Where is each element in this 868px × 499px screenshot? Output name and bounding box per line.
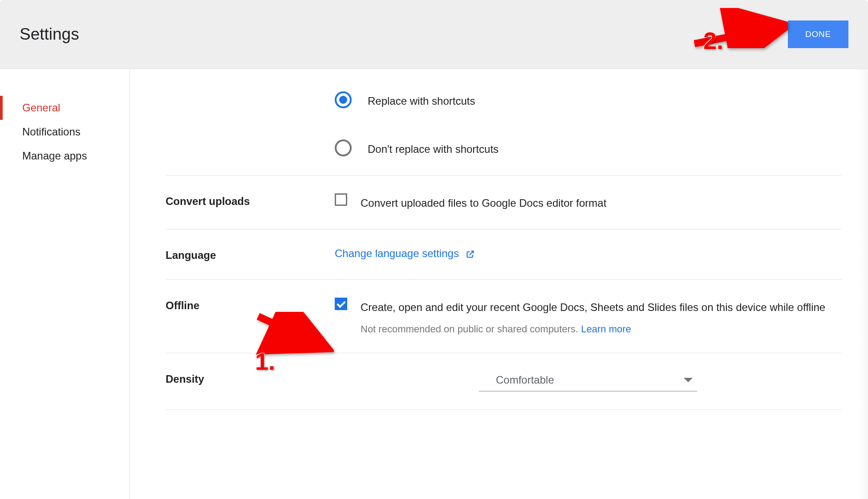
sidebar-item-manage-apps[interactable]: Manage apps: [0, 144, 130, 168]
sidebar-item-general[interactable]: General: [0, 96, 130, 120]
settings-sidebar: General Notifications Manage apps: [0, 69, 130, 499]
density-dropdown[interactable]: Comfortable: [479, 371, 697, 392]
offline-subtext: Not recommended on public or shared comp…: [361, 323, 825, 335]
section-density: Density Comfortable: [166, 353, 841, 410]
external-link-icon: [466, 250, 475, 259]
section-language: Language Change language settings: [166, 229, 841, 280]
section-shortcuts: Replace with shortcuts Don't replace wit…: [166, 87, 841, 176]
radio-icon[interactable]: [335, 91, 352, 108]
settings-content: Replace with shortcuts Don't replace wit…: [130, 69, 868, 499]
page-title: Settings: [20, 25, 79, 44]
shortcuts-label: [166, 91, 335, 93]
chevron-down-icon: [684, 378, 693, 382]
done-button[interactable]: DONE: [788, 20, 848, 48]
section-offline: Offline Create, open and edit your recen…: [166, 280, 841, 353]
radio-dont-replace-shortcuts[interactable]: Don't replace with shortcuts: [335, 139, 841, 157]
learn-more-link[interactable]: Learn more: [581, 323, 631, 335]
scrollbar-shadow: [859, 69, 868, 499]
settings-header: Settings DONE: [0, 0, 868, 69]
body-area: General Notifications Manage apps Replac…: [0, 69, 868, 499]
offline-label: Offline: [166, 298, 335, 312]
density-label: Density: [166, 371, 335, 385]
convert-uploads-label: Convert uploads: [166, 193, 335, 208]
radio-icon[interactable]: [335, 139, 352, 156]
checkbox-offline[interactable]: Create, open and edit your recent Google…: [335, 298, 841, 335]
section-convert-uploads: Convert uploads Convert uploaded files t…: [166, 176, 841, 229]
checkbox-convert-uploads[interactable]: Convert uploaded files to Google Docs ed…: [335, 193, 841, 211]
checkbox-icon[interactable]: [335, 193, 347, 206]
radio-replace-shortcuts[interactable]: Replace with shortcuts: [335, 91, 841, 109]
sidebar-item-notifications[interactable]: Notifications: [0, 120, 130, 144]
checkbox-icon[interactable]: [335, 298, 347, 310]
language-label: Language: [166, 247, 335, 262]
change-language-link[interactable]: Change language settings: [335, 247, 475, 259]
